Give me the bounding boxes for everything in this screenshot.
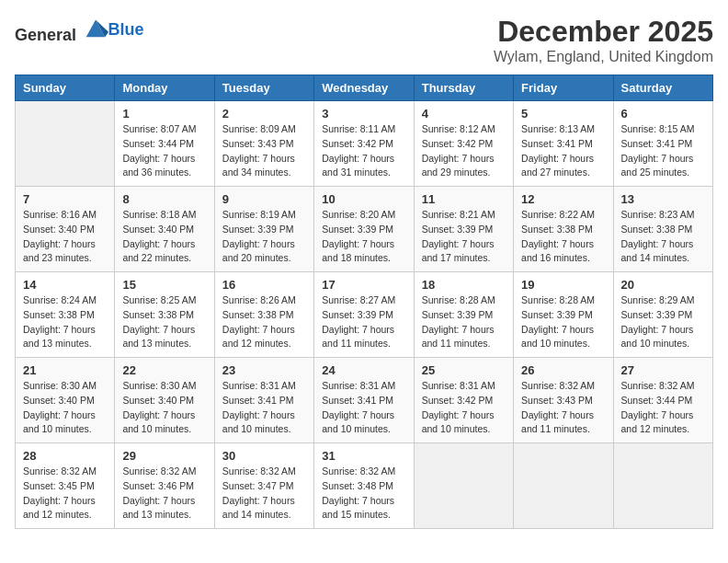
day-cell: 15Sunrise: 8:25 AM Sunset: 3:38 PM Dayli…	[115, 272, 214, 358]
day-detail: Sunrise: 8:09 AM Sunset: 3:43 PM Dayligh…	[222, 122, 306, 180]
day-number: 6	[621, 107, 705, 121]
day-number: 8	[122, 192, 206, 206]
day-cell: 28Sunrise: 8:32 AM Sunset: 3:45 PM Dayli…	[16, 443, 115, 529]
week-row-2: 7Sunrise: 8:16 AM Sunset: 3:40 PM Daylig…	[16, 187, 713, 272]
day-cell: 25Sunrise: 8:31 AM Sunset: 3:42 PM Dayli…	[414, 358, 513, 443]
day-number: 24	[322, 363, 405, 377]
day-cell: 14Sunrise: 8:24 AM Sunset: 3:38 PM Dayli…	[16, 272, 115, 358]
day-number: 9	[222, 192, 306, 206]
day-number: 16	[222, 278, 306, 292]
day-detail: Sunrise: 8:32 AM Sunset: 3:44 PM Dayligh…	[621, 379, 705, 437]
day-number: 5	[521, 107, 605, 121]
day-cell: 4Sunrise: 8:12 AM Sunset: 3:42 PM Daylig…	[414, 101, 513, 187]
day-cell: 27Sunrise: 8:32 AM Sunset: 3:44 PM Dayli…	[613, 358, 712, 443]
day-cell: 19Sunrise: 8:28 AM Sunset: 3:39 PM Dayli…	[514, 272, 613, 358]
day-number: 21	[23, 363, 107, 377]
location-title: Wylam, England, United Kingdom	[494, 49, 713, 65]
day-number: 28	[23, 449, 107, 463]
day-detail: Sunrise: 8:31 AM Sunset: 3:41 PM Dayligh…	[322, 379, 405, 437]
calendar-table: SundayMondayTuesdayWednesdayThursdayFrid…	[15, 75, 713, 529]
day-cell: 23Sunrise: 8:31 AM Sunset: 3:41 PM Dayli…	[214, 358, 313, 443]
day-number: 23	[222, 363, 306, 377]
day-detail: Sunrise: 8:21 AM Sunset: 3:39 PM Dayligh…	[422, 208, 506, 266]
day-detail: Sunrise: 8:29 AM Sunset: 3:39 PM Dayligh…	[621, 293, 705, 351]
day-cell: 6Sunrise: 8:15 AM Sunset: 3:41 PM Daylig…	[613, 101, 712, 187]
day-detail: Sunrise: 8:13 AM Sunset: 3:41 PM Dayligh…	[521, 122, 605, 180]
day-number: 26	[521, 363, 605, 377]
day-number: 12	[521, 192, 605, 206]
day-number: 14	[23, 278, 107, 292]
column-header-saturday: Saturday	[613, 75, 712, 101]
day-detail: Sunrise: 8:25 AM Sunset: 3:38 PM Dayligh…	[122, 293, 206, 351]
title-block: December 2025 Wylam, England, United Kin…	[494, 15, 713, 65]
day-cell: 20Sunrise: 8:29 AM Sunset: 3:39 PM Dayli…	[613, 272, 712, 358]
week-row-3: 14Sunrise: 8:24 AM Sunset: 3:38 PM Dayli…	[16, 272, 713, 358]
day-number: 13	[621, 192, 705, 206]
day-cell: 8Sunrise: 8:18 AM Sunset: 3:40 PM Daylig…	[115, 187, 214, 272]
column-header-monday: Monday	[115, 75, 214, 101]
day-detail: Sunrise: 8:30 AM Sunset: 3:40 PM Dayligh…	[23, 379, 107, 437]
day-cell: 29Sunrise: 8:32 AM Sunset: 3:46 PM Dayli…	[115, 443, 214, 529]
page-header: General Blue December 2025 Wylam, Englan…	[15, 15, 713, 65]
column-header-tuesday: Tuesday	[214, 75, 313, 101]
day-cell: 24Sunrise: 8:31 AM Sunset: 3:41 PM Dayli…	[314, 358, 414, 443]
column-header-friday: Friday	[514, 75, 613, 101]
day-number: 10	[322, 192, 405, 206]
day-detail: Sunrise: 8:30 AM Sunset: 3:40 PM Dayligh…	[122, 379, 206, 437]
logo-blue: Blue	[108, 20, 144, 39]
day-number: 11	[422, 192, 506, 206]
day-number: 31	[322, 449, 405, 463]
day-cell: 16Sunrise: 8:26 AM Sunset: 3:38 PM Dayli…	[214, 272, 313, 358]
week-row-4: 21Sunrise: 8:30 AM Sunset: 3:40 PM Dayli…	[16, 358, 713, 443]
day-detail: Sunrise: 8:18 AM Sunset: 3:40 PM Dayligh…	[122, 208, 206, 266]
day-number: 2	[222, 107, 306, 121]
column-header-wednesday: Wednesday	[314, 75, 414, 101]
day-cell: 30Sunrise: 8:32 AM Sunset: 3:47 PM Dayli…	[214, 443, 313, 529]
day-cell: 13Sunrise: 8:23 AM Sunset: 3:38 PM Dayli…	[613, 187, 712, 272]
logo: General Blue	[15, 15, 144, 45]
calendar-header: SundayMondayTuesdayWednesdayThursdayFrid…	[16, 75, 713, 101]
logo-icon	[83, 15, 108, 40]
month-title: December 2025	[494, 15, 713, 49]
day-number: 1	[122, 107, 206, 121]
day-number: 29	[122, 449, 206, 463]
day-number: 7	[23, 192, 107, 206]
week-row-5: 28Sunrise: 8:32 AM Sunset: 3:45 PM Dayli…	[16, 443, 713, 529]
day-cell	[414, 443, 513, 529]
day-number: 20	[621, 278, 705, 292]
day-number: 3	[322, 107, 405, 121]
day-detail: Sunrise: 8:07 AM Sunset: 3:44 PM Dayligh…	[122, 122, 206, 180]
day-detail: Sunrise: 8:32 AM Sunset: 3:47 PM Dayligh…	[222, 465, 306, 523]
header-row: SundayMondayTuesdayWednesdayThursdayFrid…	[16, 75, 713, 101]
day-detail: Sunrise: 8:31 AM Sunset: 3:42 PM Dayligh…	[422, 379, 506, 437]
day-cell: 11Sunrise: 8:21 AM Sunset: 3:39 PM Dayli…	[414, 187, 513, 272]
day-cell: 7Sunrise: 8:16 AM Sunset: 3:40 PM Daylig…	[16, 187, 115, 272]
day-number: 17	[322, 278, 405, 292]
day-cell: 1Sunrise: 8:07 AM Sunset: 3:44 PM Daylig…	[115, 101, 214, 187]
day-number: 25	[422, 363, 506, 377]
day-detail: Sunrise: 8:32 AM Sunset: 3:46 PM Dayligh…	[122, 465, 206, 523]
day-number: 4	[422, 107, 506, 121]
calendar-body: 1Sunrise: 8:07 AM Sunset: 3:44 PM Daylig…	[16, 101, 713, 529]
day-detail: Sunrise: 8:32 AM Sunset: 3:45 PM Dayligh…	[23, 465, 107, 523]
day-detail: Sunrise: 8:20 AM Sunset: 3:39 PM Dayligh…	[322, 208, 405, 266]
column-header-sunday: Sunday	[16, 75, 115, 101]
day-detail: Sunrise: 8:26 AM Sunset: 3:38 PM Dayligh…	[222, 293, 306, 351]
day-detail: Sunrise: 8:22 AM Sunset: 3:38 PM Dayligh…	[521, 208, 605, 266]
day-detail: Sunrise: 8:11 AM Sunset: 3:42 PM Dayligh…	[322, 122, 405, 180]
day-cell: 18Sunrise: 8:28 AM Sunset: 3:39 PM Dayli…	[414, 272, 513, 358]
day-cell: 21Sunrise: 8:30 AM Sunset: 3:40 PM Dayli…	[16, 358, 115, 443]
logo-general: General	[15, 26, 76, 44]
day-detail: Sunrise: 8:31 AM Sunset: 3:41 PM Dayligh…	[222, 379, 306, 437]
day-detail: Sunrise: 8:27 AM Sunset: 3:39 PM Dayligh…	[322, 293, 405, 351]
day-cell: 12Sunrise: 8:22 AM Sunset: 3:38 PM Dayli…	[514, 187, 613, 272]
day-detail: Sunrise: 8:15 AM Sunset: 3:41 PM Dayligh…	[621, 122, 705, 180]
day-cell	[16, 101, 115, 187]
week-row-1: 1Sunrise: 8:07 AM Sunset: 3:44 PM Daylig…	[16, 101, 713, 187]
day-cell: 5Sunrise: 8:13 AM Sunset: 3:41 PM Daylig…	[514, 101, 613, 187]
day-number: 18	[422, 278, 506, 292]
day-cell: 10Sunrise: 8:20 AM Sunset: 3:39 PM Dayli…	[314, 187, 414, 272]
day-cell: 22Sunrise: 8:30 AM Sunset: 3:40 PM Dayli…	[115, 358, 214, 443]
day-number: 30	[222, 449, 306, 463]
day-detail: Sunrise: 8:32 AM Sunset: 3:48 PM Dayligh…	[322, 465, 405, 523]
